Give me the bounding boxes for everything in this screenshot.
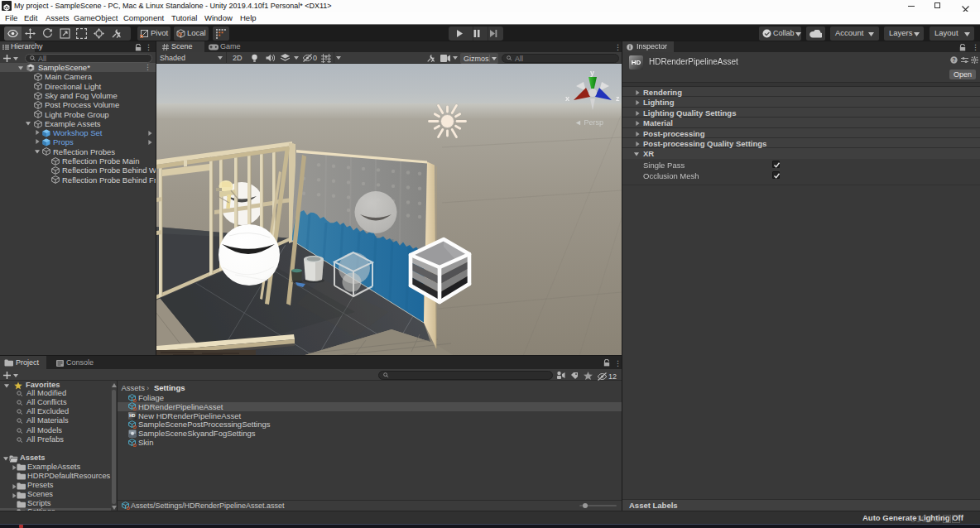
svg-text:z: z	[616, 94, 620, 103]
svg-text:x: x	[565, 94, 569, 103]
svg-text:◄ Persp: ◄ Persp	[574, 118, 603, 127]
svg-text:y: y	[590, 69, 594, 77]
svg-text:?: ?	[953, 57, 956, 63]
